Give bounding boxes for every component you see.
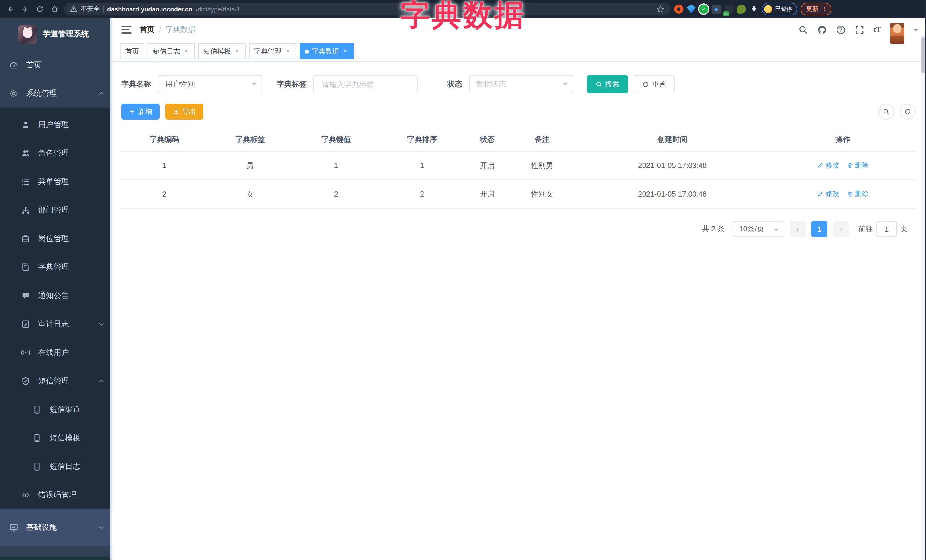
- url-path: /dict/type/data/1: [196, 5, 240, 12]
- user-avatar[interactable]: [890, 23, 904, 44]
- github-icon[interactable]: [817, 25, 827, 35]
- breadcrumb-home[interactable]: 首页: [139, 24, 154, 35]
- sidebar-item-depts[interactable]: 部门管理: [0, 196, 112, 225]
- bookmark-star-icon[interactable]: [656, 4, 665, 14]
- export-button[interactable]: 导出: [165, 104, 203, 120]
- header-search-icon[interactable]: [798, 25, 808, 35]
- page-size-select[interactable]: 10条/页: [732, 221, 784, 237]
- toggle-search-button[interactable]: [878, 104, 894, 120]
- status-label: 状态: [447, 79, 462, 89]
- sidebar-scrollbar[interactable]: [110, 18, 112, 560]
- tab-dict-data[interactable]: 字典数据×: [300, 43, 354, 59]
- sidebar-item-sms[interactable]: 短信管理: [0, 367, 112, 395]
- status-select[interactable]: 数据状态: [469, 75, 573, 94]
- prev-page-button[interactable]: ‹: [790, 221, 806, 237]
- extension-icon-leaf[interactable]: [737, 4, 746, 14]
- add-button[interactable]: 新增: [121, 104, 160, 120]
- tab-home[interactable]: 首页: [120, 43, 144, 59]
- col-header: 字典排序: [379, 128, 465, 151]
- extension-icon-check[interactable]: ✓: [699, 4, 708, 14]
- fullscreen-icon[interactable]: [855, 25, 864, 35]
- page-scrollbar[interactable]: [921, 35, 925, 560]
- extension-icon-ubuntu[interactable]: [674, 4, 683, 14]
- sidebar-item-system[interactable]: 系统管理: [0, 79, 112, 108]
- edit-link[interactable]: 修改: [817, 189, 839, 199]
- window-right-edge: [925, 0, 926, 560]
- sidebar-item-sms-template[interactable]: 短信模板: [0, 424, 112, 452]
- sidebar-item-error-code[interactable]: 错误码管理: [0, 481, 112, 509]
- profile-paused-chip[interactable]: 已暂停: [762, 3, 797, 15]
- download-icon: [172, 108, 180, 115]
- edit-link[interactable]: 修改: [817, 161, 839, 171]
- address-bar[interactable]: 不安全 dashboard.yudao.iocoder.cn/dict/type…: [64, 3, 671, 15]
- search-button[interactable]: 搜索: [587, 75, 628, 94]
- close-icon[interactable]: ×: [234, 48, 241, 55]
- refresh-table-button[interactable]: [900, 104, 916, 120]
- tab-dict-manage[interactable]: 字典管理×: [249, 43, 296, 59]
- browser-home-button[interactable]: [49, 3, 61, 15]
- reset-button[interactable]: 重置: [634, 75, 675, 94]
- close-icon[interactable]: ×: [183, 48, 190, 55]
- dict-name-select[interactable]: 用户性别: [158, 75, 262, 94]
- hamburger-icon[interactable]: [121, 26, 132, 33]
- avatar-caret-icon[interactable]: [914, 29, 918, 33]
- sidebar-item-audit-log[interactable]: 审计日志: [0, 310, 112, 338]
- page-scrollbar-thumb[interactable]: [921, 37, 925, 74]
- browser-update-button[interactable]: 更新 ⋮: [800, 3, 831, 15]
- tab-sms-log[interactable]: 短信日志×: [148, 43, 195, 59]
- select-caret-icon: [774, 229, 778, 234]
- col-header: 备注: [510, 128, 575, 151]
- goto-page-input[interactable]: [876, 221, 897, 237]
- extension-icon-gem[interactable]: [687, 4, 696, 14]
- delete-label: 删除: [855, 161, 869, 171]
- sidebar-item-infrastructure[interactable]: 基础设施: [0, 509, 112, 546]
- status-placeholder: 数据状态: [477, 79, 506, 89]
- pencil-icon: [817, 191, 824, 197]
- sidebar-item-label: 短信渠道: [50, 405, 80, 415]
- next-page-button[interactable]: ›: [833, 221, 849, 237]
- select-caret-icon: [563, 83, 567, 88]
- cell-value: 2: [293, 180, 379, 208]
- app-logo-row[interactable]: 芋道管理系统: [0, 18, 112, 51]
- sidebar-item-label: 在线用户: [38, 347, 69, 358]
- sidebar-item-online-users[interactable]: 在线用户: [0, 338, 112, 367]
- sidebar-item-sms-channel[interactable]: 短信渠道: [0, 395, 112, 424]
- tab-label: 首页: [126, 47, 139, 56]
- help-icon[interactable]: [836, 25, 846, 35]
- close-icon[interactable]: ×: [284, 48, 291, 55]
- extension-icon-bars[interactable]: ◆: [712, 4, 721, 14]
- sidebar-item-home[interactable]: 首页: [0, 51, 112, 79]
- export-button-label: 导出: [182, 107, 196, 116]
- browser-reload-button[interactable]: [34, 3, 45, 15]
- extension-icon-switch[interactable]: on: [724, 4, 733, 14]
- sidebar-item-dict[interactable]: 字典管理: [0, 253, 112, 281]
- sidebar-item-roles[interactable]: 角色管理: [0, 139, 112, 168]
- extensions-puzzle-icon[interactable]: [749, 4, 758, 14]
- search-icon: [596, 81, 602, 88]
- col-header: 字典编码: [121, 128, 207, 151]
- browser-back-button[interactable]: [5, 3, 16, 15]
- browser-forward-button[interactable]: [20, 3, 31, 15]
- sidebar-item-label: 字典管理: [38, 262, 69, 272]
- close-icon[interactable]: ×: [342, 48, 349, 55]
- sidebar-item-menus[interactable]: 菜单管理: [0, 168, 112, 196]
- sidebar-item-users[interactable]: 用户管理: [0, 110, 112, 139]
- cell-label: 女: [207, 180, 293, 208]
- sidebar-item-sms-log[interactable]: 短信日志: [0, 452, 112, 481]
- profile-avatar-icon: [764, 5, 772, 13]
- dict-name-label: 字典名称: [121, 79, 151, 89]
- font-size-icon[interactable]: tT: [873, 25, 881, 34]
- cell-status: 开启: [465, 180, 510, 208]
- search-icon: [883, 108, 890, 115]
- sidebar-item-posts[interactable]: 岗位管理: [0, 225, 112, 253]
- add-button-label: 新增: [138, 107, 152, 116]
- tab-sms-template[interactable]: 短信模板×: [198, 43, 246, 59]
- delete-link[interactable]: 删除: [847, 161, 869, 171]
- sidebar-item-notice[interactable]: 通知公告: [0, 281, 112, 310]
- current-page-button[interactable]: 1: [811, 221, 828, 237]
- dict-tag-input[interactable]: [321, 80, 402, 89]
- delete-link[interactable]: 删除: [847, 189, 869, 199]
- not-secure-warning-icon[interactable]: [70, 5, 77, 13]
- table-toolbar: 新增 导出: [121, 104, 916, 120]
- browser-menu-kebab-icon[interactable]: ⋮: [822, 6, 828, 12]
